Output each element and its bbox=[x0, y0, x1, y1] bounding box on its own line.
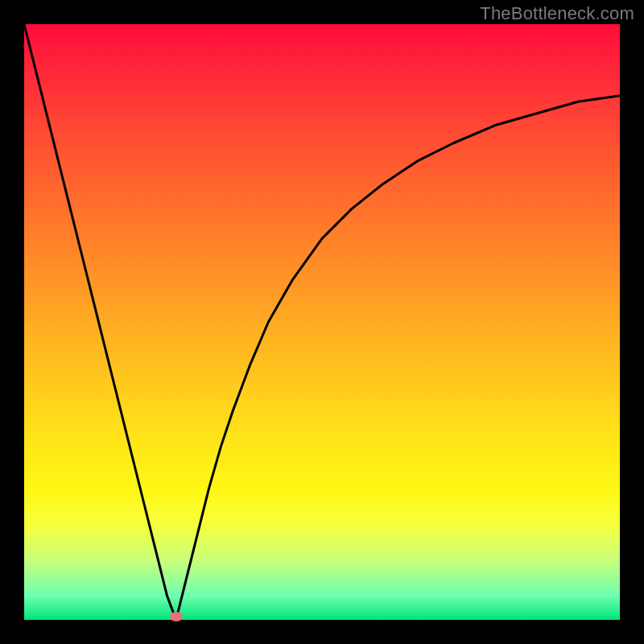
optimal-point-marker bbox=[170, 612, 183, 621]
chart-frame: TheBottleneck.com bbox=[0, 0, 644, 644]
plot-area bbox=[24, 24, 620, 620]
bottleneck-curve bbox=[24, 24, 620, 620]
watermark-text: TheBottleneck.com bbox=[480, 3, 634, 24]
curve-svg bbox=[24, 24, 620, 620]
